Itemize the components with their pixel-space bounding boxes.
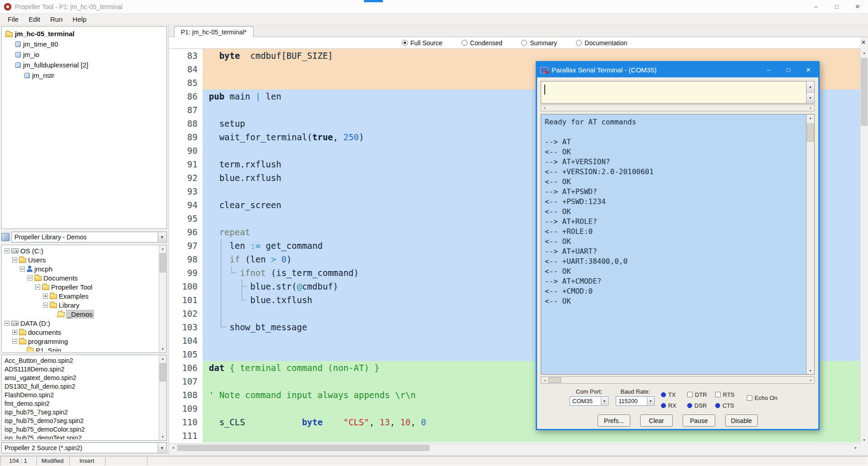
- output-vertical-scrollbar[interactable]: ▲ ▼: [806, 114, 814, 374]
- view-mode-condensed[interactable]: Condensed: [462, 39, 503, 47]
- scroll-left-icon[interactable]: ◄: [541, 105, 548, 111]
- file-list-item[interactable]: isp_hub75_7seg.spin2: [3, 408, 158, 416]
- library-icon[interactable]: [1, 233, 9, 241]
- scroll-up-icon[interactable]: ▲: [807, 114, 814, 121]
- menu-help[interactable]: Help: [68, 14, 92, 25]
- chevron-down-icon[interactable]: ▼: [647, 397, 654, 405]
- scrollbar-thumb[interactable]: [548, 377, 561, 383]
- tree-collapse-icon[interactable]: −: [5, 321, 9, 326]
- object-tree-item[interactable]: jm_nstr: [2, 70, 166, 81]
- file-list[interactable]: Acc_Button_demo.spin2ADS1118Demo.spin2an…: [1, 355, 167, 441]
- object-tree-root[interactable]: jm_hc-05_terminal: [2, 29, 166, 39]
- folder-tree-item[interactable]: −jmcph: [3, 264, 158, 273]
- object-tree-item[interactable]: jm_fullduplexserial [2]: [2, 60, 166, 70]
- file-list-item[interactable]: isp_hub75_demo7seg.spin2: [3, 416, 158, 425]
- menu-file[interactable]: File: [3, 14, 24, 25]
- folder-tree-item[interactable]: −DATA (D:): [3, 319, 158, 328]
- output-horizontal-scrollbar[interactable]: ◄ ►: [541, 376, 815, 384]
- baud-rate-dropdown[interactable]: 115200 ▼: [616, 396, 655, 406]
- file-list-item[interactable]: ADS1118Demo.spin2: [3, 365, 158, 373]
- scroll-right-icon[interactable]: ►: [807, 105, 814, 111]
- tree-collapse-icon[interactable]: −: [43, 303, 48, 308]
- scroll-left-icon[interactable]: ◄: [541, 377, 548, 383]
- scroll-down-icon[interactable]: ▼: [860, 436, 868, 443]
- file-list-item[interactable]: Acc_Button_demo.spin2: [3, 356, 158, 365]
- scrollbar-thumb[interactable]: [807, 124, 814, 142]
- maximize-icon[interactable]: □: [826, 0, 847, 13]
- maximize-icon[interactable]: □: [778, 62, 798, 77]
- tree-collapse-icon[interactable]: −: [5, 248, 9, 253]
- scrollbar-thumb[interactable]: [160, 253, 166, 272]
- indicator-tx[interactable]: TX: [661, 391, 687, 398]
- disable-button[interactable]: Disable: [725, 414, 758, 427]
- tree-collapse-icon[interactable]: −: [28, 276, 33, 281]
- editor-vertical-scrollbar[interactable]: ▲ ▼: [860, 49, 868, 443]
- indicator-dsr[interactable]: DSR: [687, 402, 715, 409]
- menu-run[interactable]: Run: [45, 14, 68, 25]
- scrollbar-thumb[interactable]: [177, 445, 429, 451]
- view-mode-documentation[interactable]: Documentation: [576, 39, 627, 47]
- minimize-icon[interactable]: –: [759, 62, 778, 77]
- file-list-item[interactable]: fmt_demo.spin2: [3, 399, 158, 408]
- file-list-item[interactable]: DS1302_full_demo.spin2: [3, 382, 158, 390]
- folder-tree-item[interactable]: −Users: [3, 255, 158, 264]
- input-horizontal-scrollbar[interactable]: ◄ ►: [541, 105, 815, 111]
- code-line[interactable]: 83 byte cmdbuf[BUF_SIZE]: [169, 49, 860, 62]
- object-tree-item[interactable]: jm_time_80: [2, 39, 166, 49]
- code-line[interactable]: 111: [169, 429, 860, 442]
- echo-on-checkbox[interactable]: Echo On: [747, 395, 778, 401]
- tree-expand-icon[interactable]: +: [12, 330, 17, 335]
- scroll-up-icon[interactable]: ▲: [860, 49, 868, 56]
- file-list-item[interactable]: isp_hub75_demoColor.spin2: [3, 425, 158, 433]
- file-list-scrollbar[interactable]: ▲ ▼: [159, 355, 166, 440]
- chevron-down-icon[interactable]: ▼: [158, 233, 166, 242]
- scroll-left-icon[interactable]: ◄: [169, 444, 177, 452]
- scroll-right-icon[interactable]: ►: [852, 444, 860, 452]
- object-tree-item[interactable]: jm_io: [2, 49, 166, 60]
- indicator-dtr[interactable]: DTR: [687, 391, 715, 398]
- editor-horizontal-scrollbar[interactable]: ◄ ►: [169, 443, 860, 452]
- tree-collapse-icon[interactable]: −: [20, 266, 25, 271]
- view-mode-full-source[interactable]: Full Source: [402, 39, 443, 47]
- chevron-down-icon[interactable]: ▼: [158, 443, 166, 452]
- tree-expand-icon[interactable]: +: [43, 294, 48, 299]
- close-icon[interactable]: ✕: [847, 0, 868, 13]
- scrollbar-thumb[interactable]: [160, 363, 166, 381]
- folder-tree-item[interactable]: −programming: [3, 337, 158, 346]
- pause-button[interactable]: Pause: [683, 414, 715, 427]
- folder-tree-item[interactable]: +Examples: [3, 291, 158, 300]
- folder-tree-item[interactable]: +documents: [3, 328, 158, 337]
- clear-button[interactable]: Clear: [640, 414, 673, 427]
- minimize-icon[interactable]: –: [806, 0, 826, 13]
- folder-tree[interactable]: −OS (C:)−Users−jmcph−Documents−Propeller…: [1, 245, 167, 353]
- com-port-dropdown[interactable]: COM35 ▼: [570, 396, 609, 406]
- tree-collapse-icon[interactable]: −: [12, 339, 17, 344]
- terminal-titlebar[interactable]: Parallax Serial Terminal - (COM35) – □ ✕: [537, 62, 818, 77]
- tree-collapse-icon[interactable]: −: [35, 285, 40, 290]
- scroll-up-icon[interactable]: ▲: [159, 355, 166, 362]
- scrollbar-thumb[interactable]: [861, 58, 868, 126]
- spin-down-icon[interactable]: ▼: [807, 93, 814, 104]
- terminal-output[interactable]: Ready for AT commands --> AT<-- OK--> AT…: [541, 114, 815, 375]
- file-list-item[interactable]: FlashDemo.spin2: [3, 390, 158, 399]
- folder-tree-item[interactable]: −Propeller Tool: [3, 282, 158, 291]
- editor-close-icon[interactable]: ✕: [860, 38, 867, 46]
- library-filter-dropdown[interactable]: Propeller Library - Demos ▼: [11, 232, 167, 243]
- chevron-down-icon[interactable]: ▼: [601, 397, 608, 405]
- terminal-input-field[interactable]: [541, 81, 806, 104]
- folder-tree-item[interactable]: _Demos: [3, 309, 158, 319]
- source-filter-dropdown[interactable]: Propeller 2 Source (*.spin2) ▼: [1, 442, 167, 453]
- folder-tree-item[interactable]: P1_Spin: [3, 346, 158, 352]
- prefs-button[interactable]: Prefs...: [598, 414, 630, 427]
- object-tree[interactable]: jm_hc-05_terminaljm_time_80jm_iojm_fulld…: [1, 26, 167, 229]
- menu-edit[interactable]: Edit: [24, 14, 45, 25]
- file-list-item[interactable]: ansi_vgatext_demo.spin2: [3, 373, 158, 382]
- file-list-item[interactable]: isp_hub75_demoText.spin2: [3, 433, 158, 439]
- scroll-up-icon[interactable]: ▲: [159, 245, 166, 252]
- folder-tree-item[interactable]: −Documents: [3, 273, 158, 282]
- indicator-rx[interactable]: RX: [661, 402, 687, 409]
- scroll-down-icon[interactable]: ▼: [807, 367, 814, 374]
- tree-collapse-icon[interactable]: −: [12, 257, 17, 262]
- indicator-cts[interactable]: CTS: [715, 402, 743, 409]
- scroll-down-icon[interactable]: ▼: [159, 433, 166, 440]
